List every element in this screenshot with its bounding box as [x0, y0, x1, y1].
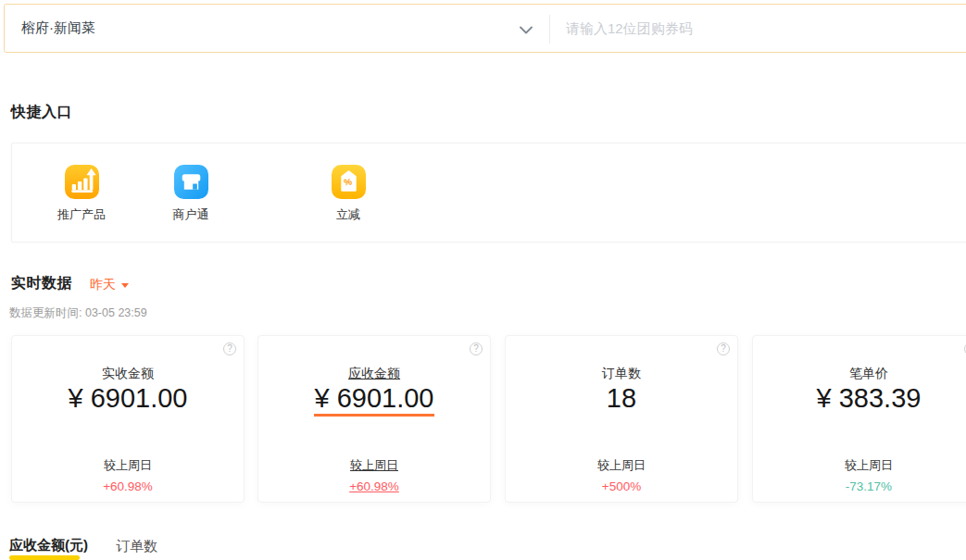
stat-card-delta: +60.98%	[12, 479, 244, 493]
stat-card-label: 实收金额	[12, 366, 244, 382]
quick-entry-label: 立减	[307, 206, 390, 223]
coupon-verify-bar: 榕府·新闻菜	[4, 4, 966, 53]
stat-card[interactable]: ? 订单数 18 较上周日 +500%	[505, 335, 738, 503]
stat-card[interactable]: ? 笔单价 ¥ 383.39 较上周日 -73.17%	[752, 335, 966, 503]
quick-entry-title: 快捷入口	[11, 103, 72, 122]
date-filter-label: 昨天	[90, 277, 116, 293]
tab-order-count[interactable]: 订单数	[116, 538, 157, 555]
stat-card[interactable]: ? 实收金额 ¥ 6901.00 较上周日 +60.98%	[11, 335, 245, 503]
stat-card-value: 18	[506, 383, 737, 414]
caret-down-icon	[121, 283, 129, 288]
stat-card[interactable]: ? 应收金额 ¥ 6901.00 较上周日 +60.98%	[257, 335, 491, 503]
quick-entry-instant-discount[interactable]: % 立减	[307, 165, 390, 223]
coupon-code-input[interactable]	[566, 6, 964, 51]
quick-entry-panel: 推广产品 商户通 % 立减	[11, 143, 966, 243]
stat-card-value: ¥ 6901.00	[12, 383, 244, 414]
stat-card-label: 应收金额	[258, 366, 490, 382]
chevron-down-icon[interactable]	[520, 26, 533, 34]
date-filter-dropdown[interactable]: 昨天	[90, 277, 129, 293]
data-update-time: 数据更新时间: 03-05 23:59	[9, 305, 147, 321]
quick-entry-promote-product[interactable]: 推广产品	[40, 165, 123, 223]
merchant-select-dropdown[interactable]: 榕府·新闻菜	[5, 5, 546, 52]
quick-entry-label: 商户通	[149, 206, 232, 223]
stat-card-delta: +60.98%	[258, 479, 490, 493]
tab-receivable-amount[interactable]: 应收金额(元)	[9, 537, 88, 554]
realtime-data-title: 实时数据	[11, 274, 72, 293]
stat-card-delta: +500%	[506, 479, 737, 493]
stat-card-compare: 较上周日	[12, 457, 244, 474]
stat-card-compare: 较上周日	[753, 457, 966, 474]
quick-entry-label: 推广产品	[40, 206, 123, 223]
storefront-icon	[174, 165, 208, 199]
stat-card-label: 订单数	[506, 366, 737, 382]
vertical-divider	[549, 15, 550, 44]
stat-card-compare: 较上周日	[258, 457, 490, 474]
help-icon[interactable]: ?	[717, 342, 730, 355]
merchant-name: 榕府·新闻菜	[21, 19, 95, 37]
stat-card-value: ¥ 6901.00	[258, 383, 490, 414]
bar-chart-up-icon	[65, 165, 99, 199]
quick-entry-merchant-pass[interactable]: 商户通	[149, 165, 232, 223]
percent-tag-icon: %	[332, 165, 366, 199]
stat-card-value: ¥ 383.39	[753, 383, 966, 414]
stat-card-label: 笔单价	[753, 366, 966, 382]
stat-card-compare: 较上周日	[506, 457, 737, 474]
help-icon[interactable]: ?	[223, 342, 236, 355]
help-icon[interactable]: ?	[470, 342, 483, 355]
stat-card-delta: -73.17%	[753, 479, 966, 493]
active-tab-underline	[9, 555, 80, 560]
